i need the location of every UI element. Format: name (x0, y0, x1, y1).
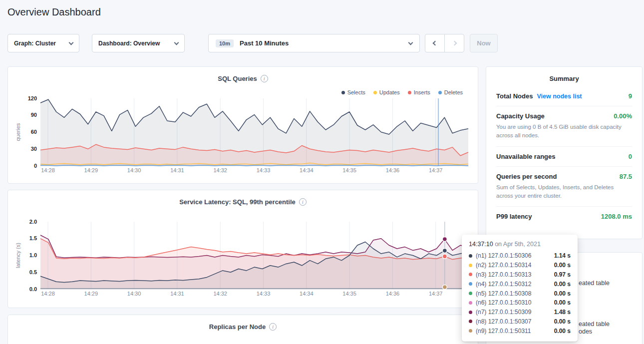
service-latency-chart[interactable]: 14:2814:2914:3014:3114:3214:3314:3414:35… (8, 216, 478, 302)
event-text-fragment: odes (579, 328, 592, 335)
sql-queries-chart-card: SQL Queries i SelectsUpdatesInsertsDelet… (7, 66, 478, 184)
info-icon[interactable]: i (261, 75, 268, 82)
graph-dropdown[interactable]: Graph: Cluster (7, 34, 79, 52)
summary-value: 0 (629, 153, 632, 160)
svg-text:60: 60 (31, 129, 37, 135)
svg-text:120: 120 (28, 95, 37, 101)
summary-row: P99 latency1208.0 ms (496, 207, 632, 226)
svg-text:14:28: 14:28 (41, 291, 55, 297)
chart-title: SQL Queries (218, 75, 257, 82)
svg-text:14:32: 14:32 (213, 291, 227, 297)
node-color-dot-icon (469, 292, 472, 295)
summary-value: 9 (629, 92, 632, 100)
summary-title: Summary (486, 67, 642, 86)
now-button[interactable]: Now (470, 34, 498, 52)
tooltip-node-name: (n1) 127.0.0.1:50306 (476, 252, 531, 259)
svg-text:14:35: 14:35 (342, 167, 356, 173)
node-color-dot-icon (469, 329, 472, 333)
svg-text:2.0: 2.0 (29, 219, 37, 225)
svg-text:14:35: 14:35 (342, 291, 356, 297)
tooltip-node-name: (n9) 127.0.0.1:50311 (476, 328, 531, 335)
svg-text:14:34: 14:34 (300, 167, 314, 173)
node-color-dot-icon (469, 254, 472, 258)
summary-value: 0.00% (614, 112, 632, 120)
svg-text:14:29: 14:29 (84, 167, 98, 173)
node-color-dot-icon (469, 311, 472, 314)
tooltip-node-name: (n6) 127.0.0.1:50310 (476, 299, 531, 306)
chevron-left-icon (432, 41, 437, 46)
tooltip-timestamp: 14:37:10 on Apr 5th, 2021 (469, 241, 571, 248)
tooltip-node-name: (n5) 127.0.0.1:50308 (476, 290, 531, 297)
sql-queries-chart[interactable]: 14:2814:2914:3014:3114:3214:3314:3414:35… (8, 93, 478, 179)
chevron-down-icon (408, 40, 413, 45)
tooltip-node-value: 0.00 s (554, 299, 571, 306)
svg-text:30: 30 (31, 146, 37, 152)
node-color-dot-icon (469, 282, 472, 286)
tooltip-node-value: 1.48 s (554, 309, 571, 316)
time-range-badge: 10m (216, 39, 234, 47)
svg-text:14:36: 14:36 (386, 167, 400, 173)
summary-row: Queries per second87.5Sum of Selects, Up… (496, 167, 632, 207)
svg-text:14:37: 14:37 (429, 291, 443, 297)
summary-row: Total NodesView nodes list9 (496, 86, 632, 106)
node-color-dot-icon (469, 273, 472, 276)
overview-dashboard-page: Overview Dashboard Graph: Cluster Dashbo… (0, 0, 644, 344)
tooltip-node-name: (n3) 127.0.0.1:50313 (476, 271, 531, 278)
replicas-per-node-chart-card: Replicas per Node i (7, 315, 478, 344)
node-color-dot-icon (469, 264, 472, 267)
tooltip-node-value: 0.00 s (554, 290, 571, 297)
event-text-fragment: eated table (579, 321, 610, 328)
time-range-pager (425, 34, 464, 52)
time-range-picker[interactable]: 10m Past 10 Minutes (208, 34, 420, 52)
svg-text:14:33: 14:33 (257, 167, 271, 173)
svg-text:14:29: 14:29 (84, 291, 98, 297)
info-icon[interactable]: i (269, 323, 277, 331)
info-icon[interactable]: i (299, 198, 307, 206)
tooltip-node-row: (n2) 127.0.0.1:503140.00 s (469, 261, 571, 270)
event-text-fragment: eated table (579, 280, 610, 287)
next-range-button[interactable] (444, 34, 464, 52)
svg-text:queries: queries (15, 123, 21, 141)
tooltip-node-value: 0.00 s (554, 281, 571, 288)
tooltip-node-row: (n4) 127.0.0.1:503120.00 s (469, 279, 571, 289)
time-range-label: Past 10 Minutes (240, 39, 289, 47)
chart-title: Service Latency: SQL, 99th percentile (179, 198, 296, 206)
tooltip-node-value: 0.00 s (554, 262, 571, 269)
tooltip-node-row: (n7) 127.0.0.1:503091.48 s (469, 308, 571, 317)
summary-label: Queries per second (496, 173, 557, 180)
chevron-right-icon (452, 41, 457, 46)
svg-text:0: 0 (34, 163, 37, 169)
summary-label: P99 latency (496, 213, 532, 220)
prev-range-button[interactable] (425, 34, 445, 52)
svg-text:14:31: 14:31 (170, 167, 184, 173)
node-color-dot-icon (469, 320, 472, 323)
page-title: Overview Dashboard (7, 6, 101, 18)
summary-label: Unavailable ranges (496, 153, 556, 160)
tooltip-node-value: 0.00 s (554, 328, 571, 335)
summary-row: Capacity Usage0.00%You are using 0 B of … (496, 106, 632, 147)
dashboard-dropdown-label: Dashboard: Overview (98, 40, 160, 47)
tooltip-node-row: (n3) 127.0.0.1:503130.97 s (469, 270, 571, 280)
service-latency-chart-card: Service Latency: SQL, 99th percentile i … (7, 190, 478, 308)
summary-label: Total Nodes (496, 92, 533, 100)
tooltip-node-value: 0.97 s (554, 271, 571, 278)
svg-text:1.5: 1.5 (29, 235, 37, 241)
svg-text:14:34: 14:34 (300, 291, 314, 297)
summary-row: Unavailable ranges0 (496, 147, 632, 167)
graph-dropdown-label: Graph: Cluster (14, 40, 56, 47)
dashboard-dropdown[interactable]: Dashboard: Overview (92, 34, 185, 52)
svg-text:14:36: 14:36 (386, 291, 400, 297)
svg-text:latency (s): latency (s) (15, 243, 21, 268)
svg-text:0.5: 0.5 (29, 269, 37, 275)
tooltip-node-name: (n4) 127.0.0.1:50312 (476, 281, 531, 288)
tooltip-node-row: (n5) 127.0.0.1:503080.00 s (469, 289, 571, 298)
tooltip-node-name: (n8) 127.0.0.1:50307 (476, 318, 531, 325)
tooltip-node-row: (n6) 127.0.0.1:503100.00 s (469, 298, 571, 308)
svg-text:14:28: 14:28 (41, 167, 55, 173)
tooltip-node-row: (n9) 127.0.0.1:503110.00 s (469, 326, 571, 336)
node-color-dot-icon (469, 301, 472, 305)
tooltip-node-name: (n7) 127.0.0.1:50309 (476, 309, 531, 316)
summary-value: 1208.0 ms (601, 213, 632, 220)
svg-text:14:32: 14:32 (213, 167, 227, 173)
view-nodes-list-link[interactable]: View nodes list (537, 93, 582, 100)
